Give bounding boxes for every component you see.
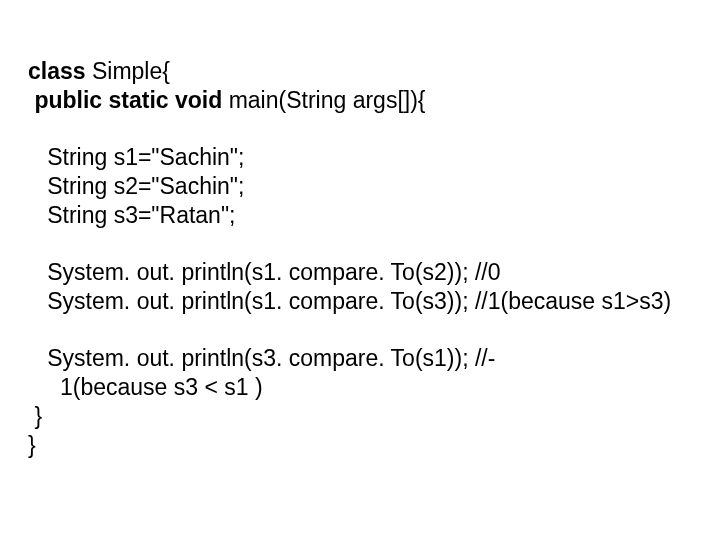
blank-line <box>28 230 41 256</box>
code-line-1: class Simple{ <box>28 58 183 84</box>
code-line-8b: 1(because s3 < s1 ) <box>28 374 275 400</box>
code-line-4: String s2="Sachin"; <box>28 173 257 199</box>
code-text: main(String args[]){ <box>222 87 438 113</box>
blank-line <box>28 115 41 141</box>
code-line-8a: System. out. println(s3. compare. To(s1)… <box>28 345 495 371</box>
code-line-7: System. out. println(s1. compare. To(s3)… <box>28 288 684 314</box>
keyword-public-static-void: public static void <box>28 87 222 113</box>
code-line-6: System. out. println(s1. compare. To(s2)… <box>28 259 513 285</box>
code-line-10: } <box>28 432 48 458</box>
code-slide: class Simple{ public static void main(St… <box>0 0 720 479</box>
keyword-class: class <box>28 58 86 84</box>
code-line-5: String s3="Ratan"; <box>28 202 248 228</box>
code-line-9: } <box>28 403 55 429</box>
code-text: Simple{ <box>86 58 183 84</box>
code-line-2: public static void main(String args[]){ <box>28 87 438 113</box>
code-line-3: String s1="Sachin"; <box>28 144 257 170</box>
